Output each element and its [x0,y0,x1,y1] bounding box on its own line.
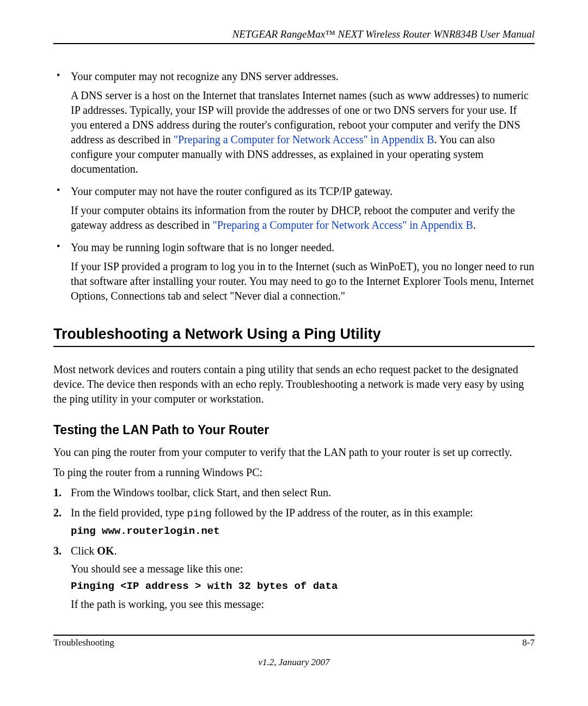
step-number: 1. [53,485,62,500]
bullet-body: A DNS server is a host on the Internet t… [71,88,535,176]
sub-heading: Testing the LAN Path to Your Router [53,422,535,439]
body-text: . [473,219,476,231]
bullet-lead: Your computer may not have the router co… [71,184,535,199]
bullet-body: If your computer obtains its information… [71,203,535,233]
inline-code: ping [187,508,212,520]
cross-ref-link[interactable]: "Preparing a Computer for Network Access… [212,219,473,231]
sub-intro: You can ping the router from your comput… [53,445,535,460]
section-heading: Troubleshooting a Network Using a Ping U… [53,324,535,344]
code-line: ping www.routerlogin.net [71,525,535,539]
bullet-item: Your computer may not recognize any DNS … [53,69,535,176]
bold-text: OK [97,545,114,557]
list-item: 2. In the field provided, type ping foll… [53,506,535,538]
page-footer: Troubleshooting 8-7 [53,635,535,649]
sub-intro: To ping the router from a running Window… [53,465,535,480]
bullet-lead: Your computer may not recognize any DNS … [71,69,535,84]
bullet-lead: You may be running login software that i… [71,240,535,255]
bullet-body: If your ISP provided a program to log yo… [71,259,535,303]
step-body: You should see a message like this one: [71,562,535,576]
cross-ref-link[interactable]: "Preparing a Computer for Network Access… [174,133,434,145]
step-text: From the Windows toolbar, click Start, a… [71,486,331,498]
bullet-list: Your computer may not recognize any DNS … [53,69,535,303]
bullet-item: You may be running login software that i… [53,240,535,303]
list-item: 1. From the Windows toolbar, click Start… [53,485,535,500]
step-number: 3. [53,544,62,558]
footer-section-name: Troubleshooting [53,637,114,649]
step-number: 2. [53,506,62,520]
footer-rule [53,635,535,636]
version-footer: v1.2, January 2007 [53,656,535,669]
section-intro: Most network devices and routers contain… [53,362,535,406]
step-text: Click [71,545,97,557]
header-rule [53,43,535,44]
steps-list: 1. From the Windows toolbar, click Start… [53,485,535,612]
document-header: NETGEAR RangeMax™ NEXT Wireless Router W… [53,27,535,42]
page-number: 8-7 [522,637,535,649]
bullet-item: Your computer may not have the router co… [53,184,535,233]
list-item: 3. Click OK. You should see a message li… [53,544,535,612]
heading-rule [53,346,535,347]
body-text: If your ISP provided a program to log yo… [71,260,534,302]
step-body: If the path is working, you see this mes… [71,597,535,612]
step-text: followed by the IP address of the router… [212,507,473,519]
code-line: Pinging <IP address > with 32 bytes of d… [71,580,535,594]
step-text: . [114,545,117,557]
step-text: In the field provided, type [71,507,187,519]
